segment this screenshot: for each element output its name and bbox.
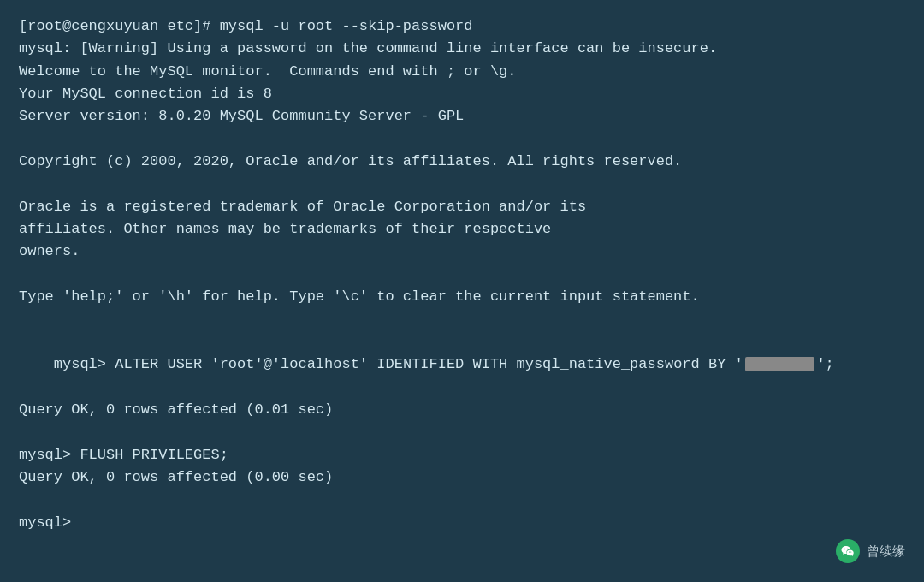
alter-prefix: mysql> ALTER USER 'root'@'localhost' IDE…: [54, 356, 743, 372]
terminal-line-2: mysql: [Warning] Using a password on the…: [19, 38, 905, 60]
terminal-line-4: Your MySQL connection id is 8: [19, 83, 905, 105]
terminal-line-alter: mysql> ALTER USER 'root'@'localhost' IDE…: [19, 331, 905, 399]
terminal-line-13: Type 'help;' or '\h' for help. Type '\c'…: [19, 286, 905, 308]
wechat-icon: [836, 539, 860, 563]
spacer-6: [19, 489, 905, 511]
terminal-line-9: Oracle is a registered trademark of Orac…: [19, 196, 905, 218]
terminal-line-query1: Query OK, 0 rows affected (0.01 sec): [19, 399, 905, 421]
terminal-line-flush: mysql> FLUSH PRIVILEGES;: [19, 444, 905, 466]
terminal-line-1: [root@cengxuyuan etc]# mysql -u root --s…: [19, 15, 905, 38]
terminal-line-11: owners.: [19, 241, 905, 263]
terminal-line-query2: Query OK, 0 rows affected (0.00 sec): [19, 466, 905, 489]
watermark-text: 曾续缘: [867, 543, 905, 560]
spacer-4: [19, 308, 905, 330]
spacer-5: [19, 421, 905, 443]
terminal-line-7: Copyright (c) 2000, 2020, Oracle and/or …: [19, 151, 905, 173]
terminal-line-10: affiliates. Other names may be trademark…: [19, 218, 905, 241]
alter-suffix: ';: [816, 356, 833, 372]
terminal-prompt: mysql>: [19, 512, 905, 534]
terminal-window: [root@cengxuyuan etc]# mysql -u root --s…: [0, 0, 924, 582]
terminal-line-5: Server version: 8.0.20 MySQL Community S…: [19, 105, 905, 128]
terminal-line-3: Welcome to the MySQL monitor. Commands e…: [19, 61, 905, 83]
spacer-3: [19, 264, 905, 286]
watermark: 曾续缘: [836, 539, 905, 563]
redacted-password: [745, 357, 815, 371]
spacer-1: [19, 128, 905, 151]
spacer-2: [19, 173, 905, 195]
